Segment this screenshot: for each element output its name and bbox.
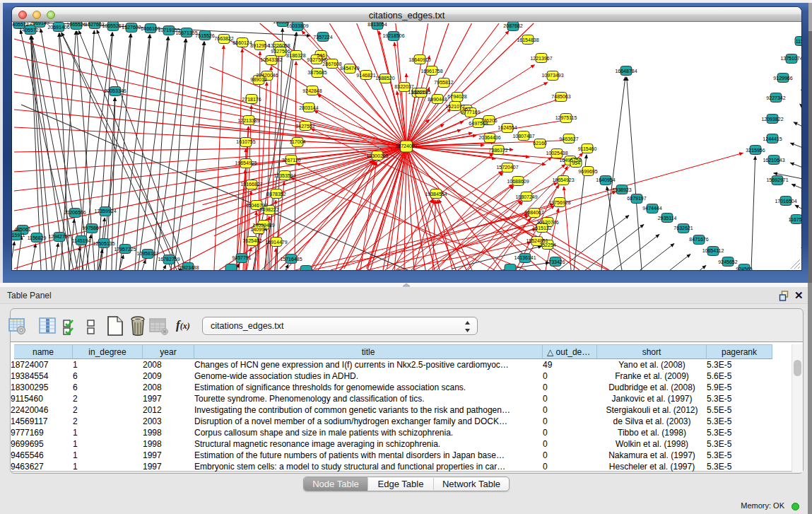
svg-text:2718176: 2718176 <box>242 97 261 102</box>
svg-text:954: 954 <box>572 160 580 165</box>
svg-text:3215956: 3215956 <box>746 148 765 153</box>
svg-text:7386372: 7386372 <box>488 148 507 153</box>
svg-text:7663822: 7663822 <box>214 36 233 41</box>
svg-text:16648784: 16648784 <box>615 69 637 74</box>
svg-text:2935114: 2935114 <box>658 216 677 221</box>
svg-text:19654923: 19654923 <box>552 177 574 182</box>
svg-text:13226058: 13226058 <box>268 43 290 48</box>
svg-text:17359924: 17359924 <box>94 209 116 214</box>
svg-text:7955812: 7955812 <box>434 80 453 85</box>
svg-text:16033809: 16033809 <box>286 23 308 28</box>
svg-text:1588520: 1588520 <box>375 76 394 81</box>
svg-text:1065526: 1065526 <box>66 22 86 27</box>
svg-text:20206506: 20206506 <box>64 210 86 215</box>
svg-text:1527602: 1527602 <box>122 25 141 30</box>
svg-text:6794028: 6794028 <box>447 94 466 99</box>
svg-text:2069140: 2069140 <box>30 22 49 25</box>
svg-text:19654925: 19654925 <box>235 160 257 165</box>
svg-text:17957225: 17957225 <box>114 247 136 252</box>
svg-text:1117: 1117 <box>796 39 801 44</box>
svg-text:1610755: 1610755 <box>236 139 255 144</box>
svg-text:7632621: 7632621 <box>673 226 693 230</box>
svg-text:14055721: 14055721 <box>19 28 41 33</box>
svg-text:18807249: 18807249 <box>515 194 537 199</box>
svg-text:8990448: 8990448 <box>428 97 447 102</box>
svg-text:7625402: 7625402 <box>242 238 261 243</box>
svg-text:9242848: 9242848 <box>302 88 322 93</box>
svg-text:2803144: 2803144 <box>299 105 318 110</box>
svg-text:15692971: 15692971 <box>766 177 788 182</box>
svg-text:7485063: 7485063 <box>551 94 570 99</box>
svg-text:12923488: 12923488 <box>177 265 199 270</box>
svg-text:20053346: 20053346 <box>104 88 126 93</box>
svg-text:8454749: 8454749 <box>340 66 359 71</box>
svg-text:140994: 140994 <box>250 227 266 232</box>
svg-text:16671355: 16671355 <box>175 30 197 35</box>
svg-text:12213967: 12213967 <box>530 56 552 61</box>
svg-text:252254: 252254 <box>539 243 555 247</box>
svg-text:2087682: 2087682 <box>503 23 522 28</box>
svg-text:8471676: 8471676 <box>689 237 708 242</box>
svg-text:1624554: 1624554 <box>498 125 517 130</box>
svg-text:12213389: 12213389 <box>237 118 259 123</box>
svg-text:10654112: 10654112 <box>702 248 724 253</box>
svg-text:16914479: 16914479 <box>265 240 287 245</box>
svg-text:19756928: 19756928 <box>548 200 570 205</box>
svg-text:5498222: 5498222 <box>259 207 278 212</box>
svg-text:8912954: 8912954 <box>250 43 269 48</box>
svg-text:8813054: 8813054 <box>367 22 387 27</box>
svg-text:10025438: 10025438 <box>546 151 567 156</box>
svg-text:3267110: 3267110 <box>282 158 301 163</box>
svg-text:989013: 989013 <box>250 77 266 82</box>
svg-text:1733426: 1733426 <box>546 259 565 264</box>
svg-text:1145194: 1145194 <box>72 238 91 243</box>
svg-text:1156829: 1156829 <box>28 235 47 240</box>
svg-text:9227342: 9227342 <box>766 95 785 100</box>
svg-text:12093822: 12093822 <box>761 117 783 122</box>
svg-text:1615132: 1615132 <box>532 226 551 230</box>
svg-text:9146821: 9146821 <box>356 73 375 78</box>
svg-text:19218506: 19218506 <box>382 33 404 38</box>
svg-text:13751074: 13751074 <box>780 56 801 61</box>
svg-text:20364436: 20364436 <box>478 135 500 140</box>
svg-text:1362615: 1362615 <box>411 90 430 95</box>
svg-text:7357224: 7357224 <box>313 35 332 40</box>
svg-text:14136141: 14136141 <box>514 255 536 260</box>
svg-text:9777169: 9777169 <box>461 110 480 115</box>
svg-text:9115460: 9115460 <box>578 146 597 151</box>
svg-text:3915911: 3915911 <box>12 233 25 238</box>
svg-text:9975867: 9975867 <box>82 226 101 230</box>
svg-text:19166827: 19166827 <box>240 182 262 187</box>
svg-text:8660124: 8660124 <box>233 40 252 45</box>
svg-text:1640954: 1640954 <box>596 177 615 182</box>
svg-text:9699695: 9699695 <box>578 169 597 174</box>
svg-text:117004: 117004 <box>290 139 306 144</box>
svg-text:8186328: 8186328 <box>286 53 305 58</box>
svg-text:7515526: 7515526 <box>195 33 214 38</box>
svg-text:12505135: 12505135 <box>93 241 114 246</box>
svg-text:16961758: 16961758 <box>420 69 442 74</box>
svg-text:15720407: 15720407 <box>496 165 518 170</box>
svg-text:9084067: 9084067 <box>524 210 543 215</box>
svg-text:9474444: 9474444 <box>642 206 661 211</box>
svg-text:8322037: 8322037 <box>394 84 413 89</box>
svg-text:9457791: 9457791 <box>232 255 251 260</box>
svg-text:10973493: 10973493 <box>541 73 563 78</box>
svg-text:8938923: 8938923 <box>612 187 631 192</box>
svg-text:12942757: 12942757 <box>48 234 70 239</box>
svg-text:10958107: 10958107 <box>136 251 158 256</box>
svg-text:10655267: 10655267 <box>102 23 124 28</box>
svg-text:8878352: 8878352 <box>266 192 286 197</box>
svg-text:746206: 746206 <box>481 118 497 123</box>
svg-text:62160: 62160 <box>533 141 547 146</box>
svg-text:18300295: 18300295 <box>366 153 388 158</box>
svg-text:10688609: 10688609 <box>507 179 529 184</box>
svg-text:10807487: 10807487 <box>512 134 534 139</box>
svg-text:6879197: 6879197 <box>627 196 646 201</box>
svg-text:1244415: 1244415 <box>763 136 782 141</box>
svg-text:15716485: 15716485 <box>280 257 302 262</box>
svg-text:116753: 116753 <box>789 217 801 222</box>
svg-text:924565: 924565 <box>736 267 752 270</box>
svg-text:9463627: 9463627 <box>559 136 578 141</box>
svg-text:1405572: 1405572 <box>12 22 29 27</box>
